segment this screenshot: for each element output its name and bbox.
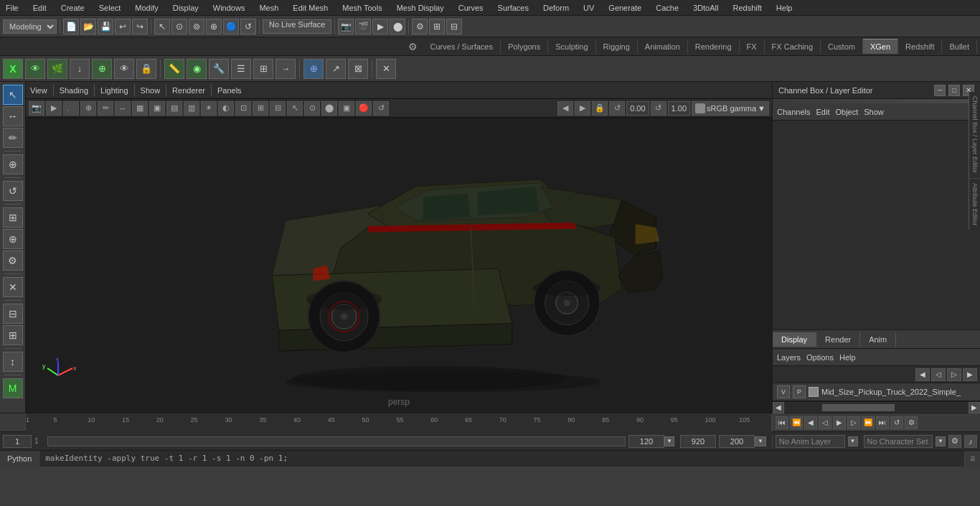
tl-options-btn[interactable]: ⚙: [905, 416, 918, 429]
tab-xgen[interactable]: XGen: [863, 39, 898, 54]
add-btn[interactable]: ⊕: [3, 154, 23, 174]
maya-btn[interactable]: M: [3, 378, 23, 398]
arrow-btn[interactable]: ↕: [3, 352, 23, 372]
rc-edit[interactable]: Edit: [816, 108, 829, 116]
tab-redshift[interactable]: Redshift: [898, 39, 942, 54]
new-scene-btn[interactable]: 📄: [63, 19, 79, 34]
menu-display[interactable]: Display: [170, 2, 202, 14]
menu-create[interactable]: Create: [58, 2, 88, 14]
plus2-btn[interactable]: ⊞: [3, 325, 23, 345]
layer-prev2-btn[interactable]: ◁: [931, 368, 946, 381]
vp-move-btn[interactable]: ↔: [115, 101, 131, 116]
lasso-btn[interactable]: ⊙: [171, 19, 187, 34]
python-label[interactable]: Python: [0, 451, 39, 467]
menu-help[interactable]: Help: [773, 2, 796, 14]
current-frame-input[interactable]: [3, 435, 32, 448]
vp-wireframe-btn[interactable]: ▣: [149, 101, 165, 116]
vp-grid-btn[interactable]: ▦: [132, 101, 148, 116]
rp-maximize-btn[interactable]: □: [948, 85, 960, 96]
circle-btn[interactable]: ⬤: [390, 19, 405, 34]
menu-file[interactable]: File: [3, 2, 22, 14]
viewport-menu-shading[interactable]: Shading: [60, 86, 88, 95]
menu-edit-mesh[interactable]: Edit Mesh: [290, 2, 331, 14]
layout2-btn[interactable]: ⊟: [446, 19, 462, 34]
menu-mesh-tools[interactable]: Mesh Tools: [339, 2, 385, 14]
rotate-btn[interactable]: ↺: [240, 19, 256, 34]
tab-fx[interactable]: FX: [740, 39, 765, 54]
render-btn[interactable]: 📷: [338, 19, 354, 34]
vp-gate-btn[interactable]: ⊟: [270, 101, 286, 116]
xgen-eye-btn[interactable]: 👁: [25, 59, 45, 79]
tl-play-btn[interactable]: ▶: [833, 416, 846, 429]
layer-scroll-left[interactable]: ◀: [773, 402, 784, 413]
menu-windows[interactable]: Windows: [210, 2, 248, 14]
vp-iso-btn[interactable]: ⊞: [253, 101, 268, 116]
magnet-btn[interactable]: 🔵: [223, 19, 239, 34]
vp-film-btn[interactable]: 🎥: [63, 101, 79, 116]
xgen-leaf-btn[interactable]: 🌿: [47, 59, 67, 79]
tl-skip-start-btn[interactable]: ⏮: [776, 416, 788, 429]
tl-next-frame-btn[interactable]: ▷: [847, 416, 860, 429]
tl-skip-end-btn[interactable]: ⏭: [876, 416, 889, 429]
menu-mesh[interactable]: Mesh: [256, 2, 281, 14]
move-tool-btn[interactable]: ↔: [3, 106, 23, 126]
xgen-grid-btn[interactable]: ⊞: [253, 59, 273, 79]
viewport-menu-renderer[interactable]: Renderer: [172, 86, 205, 95]
timeline-range-expand-btn[interactable]: ▼: [755, 436, 766, 446]
xgen-add-btn[interactable]: ⊕: [303, 59, 324, 79]
xgen-lock-btn[interactable]: 🔒: [136, 59, 156, 79]
vp-prev-btn[interactable]: ◀: [557, 101, 573, 116]
vp-xray-btn[interactable]: ⊡: [235, 101, 251, 116]
xgen-arrow-down-btn[interactable]: ↓: [70, 59, 90, 79]
timeline-end-input[interactable]: [628, 435, 664, 448]
viewport-menu-show[interactable]: Show: [141, 86, 161, 95]
char-set-expand[interactable]: ▼: [936, 436, 946, 446]
tl-next-key-btn[interactable]: ⏩: [862, 416, 875, 429]
viewport-menu-lighting[interactable]: Lighting: [100, 86, 128, 95]
xgen-list-btn[interactable]: ☰: [231, 59, 251, 79]
grid2-btn[interactable]: ⊟: [3, 304, 23, 324]
tab-polygons[interactable]: Polygons: [501, 39, 548, 54]
vp-tex-btn[interactable]: ▥: [184, 101, 199, 116]
timeline-end2-input[interactable]: [680, 435, 716, 448]
tl-play-back-btn[interactable]: ◁: [819, 416, 831, 429]
tab-animation[interactable]: Animation: [638, 39, 688, 54]
redo-btn[interactable]: ↪: [132, 19, 148, 34]
layout-btn[interactable]: ⊞: [429, 19, 445, 34]
live-surface-btn[interactable]: No Live Surface: [263, 19, 331, 34]
open-scene-btn[interactable]: 📂: [80, 19, 96, 34]
vtab-channel-box[interactable]: Channel Box / Layer Editor: [969, 92, 980, 179]
tab-fx-caching[interactable]: FX Caching: [765, 39, 821, 54]
undo-btn[interactable]: ↩: [115, 19, 131, 34]
vp-anim-btn[interactable]: 🔴: [356, 101, 372, 116]
close-btn[interactable]: ✕: [3, 277, 23, 297]
layer-next-btn[interactable]: ▷: [947, 368, 961, 381]
tab-bullet[interactable]: Bullet: [942, 39, 977, 54]
menu-redshift[interactable]: Redshift: [730, 2, 764, 14]
xgen-arrow-right-btn[interactable]: →: [275, 59, 296, 79]
vp-refresh-btn[interactable]: ↺: [373, 101, 389, 116]
vp-light-btn[interactable]: ☀: [201, 101, 217, 116]
xgen-ruler-btn[interactable]: 📏: [164, 59, 184, 79]
menu-modify[interactable]: Modify: [132, 2, 161, 14]
tl-prev-frame-btn[interactable]: ◀: [804, 416, 817, 429]
vp-paint-btn[interactable]: ✏: [98, 101, 113, 116]
xgen-wrench-btn[interactable]: 🔧: [209, 59, 229, 79]
xgen-export-btn[interactable]: ↗: [326, 59, 346, 79]
tab-curves-surfaces[interactable]: Curves / Surfaces: [423, 39, 501, 54]
vp-sphere-btn[interactable]: ⬤: [321, 101, 337, 116]
viewport-menu-view[interactable]: View: [30, 86, 47, 95]
tab-sculpting[interactable]: Sculpting: [548, 39, 595, 54]
timeline-progress-bar[interactable]: [47, 436, 626, 446]
layer-scroll-right[interactable]: ▶: [969, 402, 980, 413]
vp-snap-btn[interactable]: ⊕: [80, 101, 96, 116]
tab-custom[interactable]: Custom: [821, 39, 863, 54]
layer-prev-btn[interactable]: ◀: [915, 368, 930, 381]
layer-visibility-btn[interactable]: V: [777, 385, 790, 398]
timeline-range-end-input[interactable]: [719, 435, 755, 448]
layer-playback-btn[interactable]: P: [793, 385, 806, 398]
viewport-menu-panels[interactable]: Panels: [217, 86, 242, 95]
tl-prev-key-btn[interactable]: ⏪: [790, 416, 803, 429]
dt-render-tab[interactable]: Render: [816, 332, 860, 347]
tab-rigging[interactable]: Rigging: [596, 39, 638, 54]
